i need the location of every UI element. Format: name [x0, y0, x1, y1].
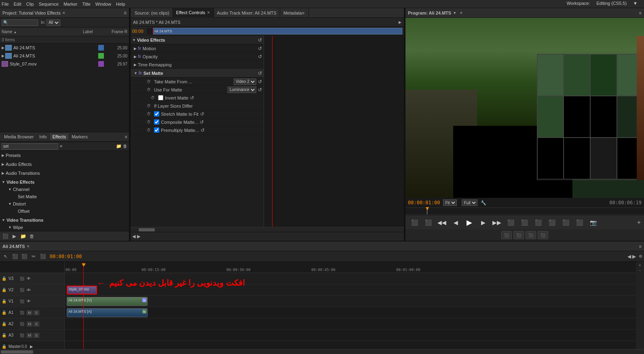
clip-ali24-a[interactable]: Ali 24.MTS [A] fx [67, 308, 148, 317]
effect-cat-video-effects-header[interactable]: ▼ Video Effects [0, 178, 129, 186]
menu-edit[interactable]: Edit [14, 2, 21, 6]
tl-nav-right[interactable]: ▶ [632, 254, 636, 259]
effect-item-offset[interactable]: Offset [6, 208, 129, 215]
composite-stopwatch-icon[interactable]: ⏱ [147, 120, 152, 124]
motion-reset-icon[interactable]: ↺ [258, 46, 262, 51]
project-item[interactable]: ▶ Ali 24.MTS 25.00 [0, 52, 129, 60]
layer-sizes-stopwatch-icon[interactable]: ⏱ [147, 104, 152, 108]
prog-btn-4[interactable]: ⬛ [538, 231, 548, 239]
a3-solo-btn[interactable]: S [34, 333, 39, 338]
tab-effects[interactable]: Effects [50, 134, 68, 140]
tab-audio-track-mixer[interactable]: Audio Track Mixer: Ali 24.MTS [214, 8, 280, 18]
ec-horizontal-scrollbar[interactable] [131, 227, 404, 232]
prog-btn-1[interactable]: ⬛ [501, 231, 512, 239]
effect-cat-audio-transitions-header[interactable]: ▶ Audio Transitions [0, 170, 129, 177]
ctrl-rewind[interactable]: ◀◀ [436, 217, 448, 228]
tab-media-browser[interactable]: Media Browser [2, 134, 36, 140]
a1-solo-btn[interactable]: S [34, 310, 39, 315]
program-wrench-icon[interactable]: 🔧 [481, 200, 486, 206]
v2-lock-icon[interactable]: 🔒 [2, 288, 7, 292]
v1-eye-icon[interactable]: 👁 [27, 299, 32, 303]
tracks-area[interactable]: 00:00 00:00:15:00 00:00:30:00 00:00:45:0… [65, 262, 636, 349]
workspace-current[interactable]: Editing (CS5.5) [597, 1, 627, 6]
ctrl-overwrite[interactable]: ⬛ [546, 217, 557, 228]
premultiply-matte-reset-icon[interactable]: ↺ [201, 127, 205, 133]
ctrl-export-frame[interactable]: 📷 [587, 217, 599, 228]
effects-search-input[interactable] [2, 143, 58, 150]
menu-file[interactable]: File [2, 2, 9, 6]
ctrl-out-point[interactable]: ⬛ [519, 217, 530, 228]
project-item[interactable]: Style_07.mov 29.97 [0, 60, 129, 68]
stretch-stopwatch-icon[interactable]: ⏱ [147, 112, 152, 116]
effects-tb-new[interactable]: 📁 [116, 144, 122, 149]
ec-video-effects-section[interactable]: ▼ Video Effects ↺ [131, 36, 264, 45]
tl-right-btn-1[interactable]: + [639, 263, 641, 267]
composite-matte-reset-icon[interactable]: ↺ [200, 119, 204, 125]
menu-title[interactable]: Title [82, 2, 90, 6]
v3-sync-icon[interactable]: ⬛ [20, 277, 25, 281]
set-matte-reset-icon[interactable]: ↺ [258, 70, 262, 76]
effect-cat-audio-effects-header[interactable]: ▶ Audio Effects [0, 161, 129, 168]
ec-tb-prev[interactable]: ◀ [132, 234, 135, 239]
use-for-matte-select[interactable]: Luminance [228, 87, 256, 93]
a1-sync-icon[interactable]: ⬛ [20, 311, 25, 315]
menu-window[interactable]: Window [95, 2, 111, 6]
stretch-matte-reset-icon[interactable]: ↺ [200, 111, 204, 117]
effects-tb-btn-4[interactable]: 🗑 [28, 233, 36, 240]
ctrl-fast-forward[interactable]: ▶▶ [491, 217, 503, 228]
effect-sub-wipe-header[interactable]: ▼ Wipe [6, 224, 129, 231]
a2-lock-icon[interactable]: 🔒 [2, 322, 7, 326]
tl-right-btn-2[interactable]: - [640, 268, 641, 272]
effects-tb-delete[interactable]: 🗑 [123, 144, 127, 149]
tab-markers[interactable]: Markers [69, 134, 90, 140]
ctrl-insert[interactable]: ⬛ [532, 217, 544, 228]
ctrl-extract[interactable]: ⬛ [574, 217, 585, 228]
effects-panel-menu[interactable]: ≡ [125, 134, 127, 139]
workspace-dropdown-icon[interactable]: ▼ [633, 1, 638, 6]
v1-lock-icon[interactable]: 🔒 [2, 299, 7, 303]
project-panel-menu[interactable]: ≡ [124, 10, 127, 16]
effect-controls-tab-close[interactable]: ✕ [207, 11, 210, 15]
ec-motion-property[interactable]: ▶ fx Motion ↺ [131, 45, 264, 53]
premultiply-stopwatch-icon[interactable]: ⏱ [147, 128, 152, 132]
tab-effect-controls[interactable]: Effect Controls ✕ [173, 8, 214, 18]
take-matte-stopwatch-icon[interactable]: ⏱ [147, 79, 152, 84]
effects-tb-btn-2[interactable]: ▶ [11, 233, 18, 240]
tl-tb-select[interactable]: ↖ [2, 252, 10, 261]
a2-sync-icon[interactable]: ⬛ [20, 322, 25, 326]
project-panel-close[interactable]: ✕ [62, 11, 65, 15]
menu-marker[interactable]: Marker [63, 2, 77, 6]
a3-mute-btn[interactable]: M [27, 333, 32, 338]
menu-clip[interactable]: Clip [26, 2, 34, 6]
a1-mute-btn[interactable]: M [27, 310, 32, 315]
timeline-scroll-thumb[interactable] [1, 350, 33, 354]
effect-sub-distort-header[interactable]: ▼ Distort [6, 200, 129, 208]
composite-matte-checkbox[interactable] [154, 119, 159, 125]
v1-sync-icon[interactable]: ⬛ [20, 299, 25, 303]
ctrl-step-forward[interactable]: ⬛ [505, 217, 516, 228]
ctrl-play-stop[interactable]: ▶ [464, 217, 475, 228]
ec-time-remap-property[interactable]: ▶ Time Remapping [131, 61, 264, 69]
ec-scroll-thumb[interactable] [139, 228, 155, 231]
invert-matte-checkbox[interactable] [158, 95, 163, 100]
effects-tb-btn-1[interactable]: ⬛ [2, 233, 9, 240]
a3-sync-icon[interactable]: ⬛ [20, 333, 25, 337]
clip-ali24-v[interactable]: Ali 24.MTS [V] fx [67, 297, 148, 306]
tl-tb-ripple[interactable]: ⬛ [11, 252, 19, 261]
program-quality-select[interactable]: Full [462, 199, 477, 206]
a3-lock-icon[interactable]: 🔒 [2, 333, 7, 337]
menu-sequence[interactable]: Sequence [39, 2, 59, 6]
project-item[interactable]: ▶ Ali 24.MTS 25.00 [0, 44, 129, 52]
v3-eye-icon[interactable]: 👁 [27, 276, 32, 281]
tab-metadata[interactable]: Metadata ≡ [280, 8, 309, 18]
a1-lock-icon[interactable]: 🔒 [2, 310, 7, 315]
timeline-scrollbar[interactable] [0, 349, 644, 354]
take-matte-select[interactable]: Video 2 [234, 78, 256, 85]
tl-nav-left[interactable]: ◀ [627, 254, 631, 259]
ctrl-step-frame-back[interactable]: ◀ [450, 217, 461, 228]
master-lock-icon[interactable]: 🔒 [2, 344, 7, 349]
tl-settings-icon[interactable]: ⚙ [639, 254, 642, 259]
tl-tb-slip[interactable]: ⬛ [39, 252, 47, 261]
v2-sync-icon[interactable]: ⬛ [20, 288, 25, 292]
effects-search-clear-btn[interactable]: ✕ [59, 144, 63, 148]
